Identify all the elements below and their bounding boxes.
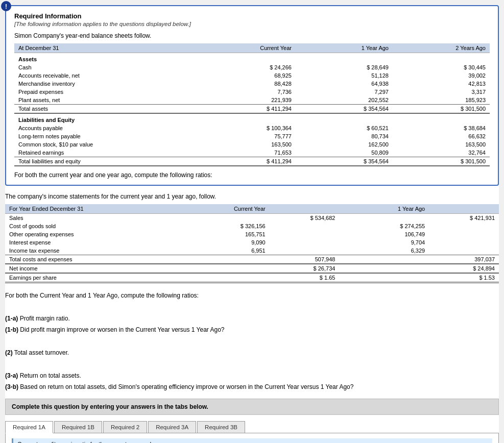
tab-required-3a[interactable]: Required 3A: [148, 421, 196, 433]
eps-row: Earnings per share $ 1.65 $ 1.53: [5, 273, 499, 283]
italic-note: [The following information applies to th…: [14, 21, 490, 27]
main-container: ! Required Information [The following in…: [5, 5, 499, 443]
inc-col-1ya-total: [429, 204, 499, 214]
tab-content-1a: Compute profit margin ratio for the curr…: [5, 433, 499, 443]
inc-col-cy-detail: Current Year: [180, 204, 270, 214]
table-row: Long-term notes payable 75,777 80,734 66…: [14, 132, 490, 140]
table-row: Merchandise inventory 88,428 64,938 42,8…: [14, 80, 490, 88]
question-2-text: [5, 336, 499, 347]
tab-required-1a[interactable]: Required 1A: [5, 421, 53, 433]
question-3b-text: (3-b) Based on return on total assets, d…: [5, 382, 499, 392]
bs-row-cash-label: Cash: [14, 63, 199, 71]
questions-section: For both the Current Year and 1 Year Ago…: [5, 290, 499, 392]
question-1a: [5, 302, 499, 312]
complete-banner: Complete this question by entering your …: [5, 399, 499, 415]
bs-col-1ya: 1 Year Ago: [296, 43, 393, 53]
info-box: ! Required Information [The following in…: [5, 5, 499, 186]
tab-required-3b[interactable]: Required 3B: [197, 421, 245, 433]
tab-instruction: Compute profit margin ratio for the curr…: [12, 438, 492, 443]
table-row: Cash $ 24,266 $ 28,649 $ 30,445: [14, 63, 490, 71]
balance-sheet-table: At December 31 Current Year 1 Year Ago 2…: [14, 43, 490, 166]
inc-col-cy-total: [270, 204, 340, 214]
tabs-row: Required 1A Required 1B Required 2 Requi…: [5, 421, 499, 433]
table-row: Prepaid expenses 7,736 7,297 3,317: [14, 88, 490, 96]
question-3a: (3-a) Return on total assets.: [5, 371, 499, 381]
table-row: Common stock, $10 par value 163,500 162,…: [14, 140, 490, 149]
for-both-current: For both the Current Year and 1 Year Ago…: [5, 290, 499, 301]
income-table: For Year Ended December 31 Current Year …: [5, 204, 499, 283]
total-liabilities-row: Total liabilities and equity $ 411,294 $…: [14, 157, 490, 166]
bs-row-cash-2ya: $ 30,445: [393, 63, 490, 71]
table-row: Other operating expenses 165,751 106,749: [5, 230, 499, 238]
question-2: (2) Total asset turnover.: [5, 348, 499, 358]
income-section: The company's income statements for the …: [5, 193, 499, 283]
total-costs-row: Total costs and expenses 507,948 397,037: [5, 255, 499, 264]
inc-col-1ya-detail: 1 Year Ago: [339, 204, 429, 214]
required-info-title: Required Information: [14, 12, 490, 20]
question-1a-text: (1-a) Profit margin ratio.: [5, 313, 499, 324]
company-intro: Simon Company's year-end balance sheets …: [14, 32, 490, 39]
tabs-container: Required 1A Required 1B Required 2 Requi…: [5, 421, 499, 443]
table-row: Accounts receivable, net 68,925 51,128 3…: [14, 71, 490, 80]
income-intro: The company's income statements for the …: [5, 193, 499, 200]
table-row: Plant assets, net 221,939 202,552 185,92…: [14, 96, 490, 105]
for-both-text: For both the current year and one year a…: [14, 171, 490, 179]
tab-required-2[interactable]: Required 2: [103, 421, 147, 433]
sales-row: Sales $ 534,682 $ 421,931: [5, 214, 499, 223]
inc-col-label: For Year Ended December 31: [5, 204, 180, 214]
tab-required-1b[interactable]: Required 1B: [54, 421, 102, 433]
bs-col-2ya: 2 Years Ago: [393, 43, 490, 53]
table-row: Interest expense 9,090 9,704: [5, 238, 499, 247]
bs-col-label: At December 31: [14, 43, 199, 53]
table-row: Accounts payable $ 100,364 $ 60,521 $ 38…: [14, 124, 490, 132]
bs-row-cash-1ya: $ 28,649: [296, 63, 393, 71]
liabilities-label: Liabilities and Equity: [14, 113, 490, 124]
question-3a-text: [5, 359, 499, 369]
bs-row-cash-cy: $ 24,266: [199, 63, 296, 71]
question-1b-text: (1-b) Did profit margin improve or worse…: [5, 325, 499, 335]
cogs-row: Cost of goods sold $ 326,156 $ 274,255: [5, 222, 499, 230]
net-income-row: Net income $ 26,734 $ 24,894: [5, 264, 499, 273]
table-row: Retained earnings 71,653 50,809 32,764: [14, 149, 490, 157]
info-icon: !: [1, 1, 11, 11]
table-row: Income tax expense 6,951 6,329: [5, 247, 499, 255]
bs-col-current: Current Year: [199, 43, 296, 53]
total-assets-row: Total assets $ 411,294 $ 354,564 $ 301,5…: [14, 105, 490, 114]
assets-label: Assets: [14, 53, 490, 64]
